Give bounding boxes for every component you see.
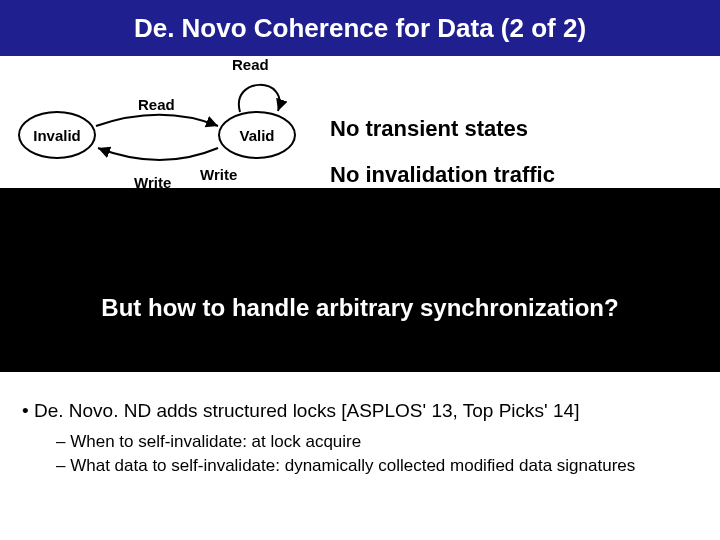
question-text: But how to handle arbitrary synchronizat… — [101, 294, 618, 322]
state-invalid: Invalid — [18, 111, 96, 159]
question-band: But how to handle arbitrary synchronizat… — [0, 244, 720, 372]
bullet-list: • De. Novo. ND adds structured locks [AS… — [22, 400, 698, 480]
slide-title: De. Novo Coherence for Data (2 of 2) — [134, 13, 586, 44]
bullet-sub-2: – What data to self-invalidate: dynamica… — [56, 456, 698, 476]
label-read-selfloop: Read — [232, 56, 269, 73]
title-bar: De. Novo Coherence for Data (2 of 2) — [0, 0, 720, 56]
annotation-no-transient: No transient states — [330, 116, 528, 142]
state-valid: Valid — [218, 111, 296, 159]
annotation-no-invalidation: No invalidation traffic — [330, 162, 555, 188]
bullet-main: • De. Novo. ND adds structured locks [AS… — [22, 400, 698, 422]
label-read-transition: Read — [138, 96, 175, 113]
state-diagram: Invalid Valid Read Read Write Write No t… — [0, 56, 720, 226]
label-write-mid: Write — [200, 166, 237, 183]
bullet-sub-1: – When to self-invalidate: at lock acqui… — [56, 432, 698, 452]
